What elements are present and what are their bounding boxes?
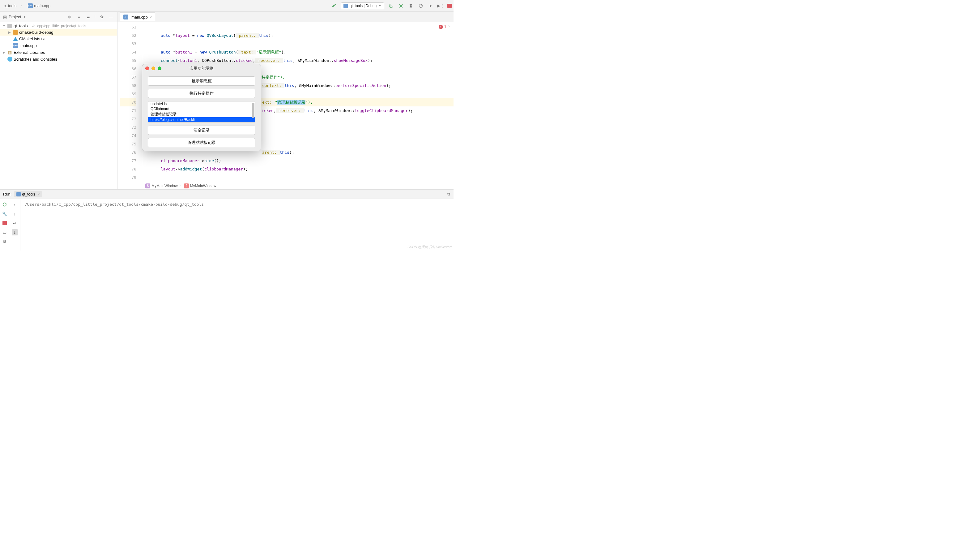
breadcrumb-file-label: main.cpp bbox=[34, 3, 50, 8]
tree-scratches[interactable]: Scratches and Consoles bbox=[0, 56, 117, 62]
breadcrumb-sep: 〉 bbox=[19, 3, 25, 9]
breadcrumb-root[interactable]: c_tools bbox=[2, 3, 18, 9]
layout-icon[interactable]: ▭ bbox=[2, 229, 8, 236]
folder-icon bbox=[8, 24, 13, 28]
stop-icon[interactable] bbox=[447, 4, 452, 8]
tab-label: main.cpp bbox=[131, 15, 148, 19]
app-dialog: 实用功能示例 显示消息框 执行特定操作 updateList QClipboar… bbox=[142, 64, 261, 151]
tree-arrow-icon[interactable]: ▶ bbox=[8, 30, 12, 34]
list-item[interactable]: updateList bbox=[148, 102, 255, 107]
line-gutter: 61 62 63 64 65 66 67 68 69 70 71 72 73 7… bbox=[118, 22, 142, 182]
tree-label: CMakeLists.txt bbox=[19, 37, 45, 41]
up-arrow-icon[interactable]: ↑ bbox=[12, 201, 18, 207]
tree-main-cpp[interactable]: c++ main.cpp bbox=[0, 42, 117, 49]
clipboard-list[interactable]: updateList QClipboard 管理粘贴板记录 https://bl… bbox=[148, 101, 255, 123]
config-label: qt_tools | Debug bbox=[350, 4, 377, 8]
run-tab[interactable]: qt_tools × bbox=[14, 191, 42, 198]
run-tab-label: qt_tools bbox=[22, 192, 35, 196]
manage-clipboard-button[interactable]: 管理粘贴板记录 bbox=[148, 138, 255, 147]
show-message-button[interactable]: 显示消息框 bbox=[148, 77, 255, 86]
window-close-button[interactable] bbox=[145, 67, 149, 70]
tree-label: cmake-build-debug bbox=[19, 30, 54, 35]
window-minimize-button[interactable] bbox=[151, 67, 155, 70]
exec-icon bbox=[16, 192, 21, 196]
breadcrumb-file[interactable]: c++ main.cpp bbox=[26, 3, 52, 9]
more-run-icon[interactable] bbox=[428, 3, 434, 9]
sidebar-title[interactable]: Project bbox=[9, 14, 21, 19]
run-console[interactable]: /Users/backli/c_cpp/cpp_little_project/q… bbox=[21, 199, 453, 250]
tree-label: main.cpp bbox=[21, 43, 37, 48]
soft-wrap-icon[interactable]: ↩ bbox=[12, 220, 18, 226]
struct-badge-icon: S bbox=[145, 183, 150, 188]
attach-icon[interactable]: ▶⋮ bbox=[438, 3, 444, 9]
cpp-file-icon: c++ bbox=[28, 3, 33, 8]
collapse-all-icon[interactable]: ≣ bbox=[85, 14, 92, 20]
run-icon[interactable] bbox=[388, 3, 394, 9]
gear-icon[interactable]: ✿ bbox=[447, 192, 450, 196]
debug-icon[interactable] bbox=[398, 3, 404, 9]
editor-tab[interactable]: c++ main.cpp × bbox=[120, 13, 155, 21]
run-panel: Run: qt_tools × ✿ 🔧 ▭ 🖶 ↑ ↓ ↩ ⤓ /Users/b… bbox=[0, 189, 453, 250]
coverage-icon[interactable] bbox=[408, 3, 414, 9]
svg-point-0 bbox=[400, 5, 402, 7]
tree-root[interactable]: ▼ qt_tools ~/c_cpp/cpp_little_project/qt… bbox=[0, 22, 117, 29]
project-sidebar: ▤ Project ▼ ⊕ ≡ ≣ | ✿ — ▼ qt_tools ~/c_c… bbox=[0, 12, 118, 189]
breadcrumb-item[interactable]: MyMainWindow bbox=[151, 184, 178, 188]
list-item[interactable]: QClipboard bbox=[148, 107, 255, 112]
minimize-icon[interactable]: — bbox=[108, 14, 114, 20]
exec-icon bbox=[344, 4, 348, 8]
breadcrumb-item[interactable]: MyMainWindow bbox=[190, 184, 216, 188]
tree-arrow-icon[interactable]: ▼ bbox=[2, 24, 6, 27]
stop-icon[interactable] bbox=[2, 220, 8, 226]
wrench-icon[interactable]: 🔧 bbox=[2, 211, 8, 217]
tree-cmakelists[interactable]: CMakeLists.txt bbox=[0, 35, 117, 42]
scroll-end-icon[interactable]: ⤓ bbox=[12, 229, 18, 236]
editor-breadcrumb: S MyMainWindow 〉 f MyMainWindow bbox=[118, 182, 453, 189]
console-output-line: /Users/backli/c_cpp/cpp_little_project/q… bbox=[25, 202, 449, 207]
clear-records-button[interactable]: 清空记录 bbox=[148, 126, 255, 135]
folder-icon bbox=[13, 30, 18, 35]
tree-arrow-icon[interactable]: ▶ bbox=[2, 51, 6, 54]
tree-path: ~/c_cpp/cpp_little_project/qt_tools bbox=[30, 24, 86, 28]
dialog-titlebar[interactable]: 实用功能示例 bbox=[142, 64, 261, 73]
run-panel-label: Run: bbox=[3, 192, 11, 196]
gear-icon[interactable]: ✿ bbox=[99, 14, 105, 20]
cpp-file-icon: c++ bbox=[13, 43, 18, 48]
function-badge-icon: f bbox=[184, 183, 189, 188]
library-icon: ▥ bbox=[8, 50, 13, 55]
list-item[interactable]: https://blog.csdn.net/Backli bbox=[148, 117, 255, 122]
build-icon[interactable] bbox=[331, 3, 337, 9]
scratches-icon bbox=[8, 57, 13, 62]
project-tree: ▼ qt_tools ~/c_cpp/cpp_little_project/qt… bbox=[0, 22, 117, 63]
profile-icon[interactable] bbox=[418, 3, 424, 9]
sidebar-dropdown-icon[interactable]: ▼ bbox=[23, 15, 26, 19]
close-icon[interactable]: × bbox=[38, 192, 40, 196]
tree-cmake-build-debug[interactable]: ▶ cmake-build-debug bbox=[0, 29, 117, 35]
cpp-file-icon: c++ bbox=[123, 14, 128, 19]
chevron-down-icon: ▼ bbox=[379, 4, 382, 8]
cmake-icon bbox=[13, 37, 18, 41]
tree-external-libraries[interactable]: ▶ ▥ External Libraries bbox=[0, 49, 117, 56]
tree-label: Scratches and Consoles bbox=[14, 57, 57, 62]
run-config-selector[interactable]: qt_tools | Debug ▼ bbox=[341, 3, 384, 9]
project-view-icon: ▤ bbox=[3, 14, 7, 19]
close-icon[interactable]: × bbox=[150, 15, 152, 19]
scrollbar[interactable] bbox=[252, 103, 255, 118]
tree-label: External Libraries bbox=[14, 50, 45, 55]
locate-icon[interactable]: ⊕ bbox=[67, 14, 73, 20]
perform-action-button[interactable]: 执行特定操作 bbox=[148, 89, 255, 98]
list-item[interactable]: 管理粘贴板记录 bbox=[148, 112, 255, 117]
print-icon[interactable]: 🖶 bbox=[2, 239, 8, 245]
down-arrow-icon[interactable]: ↓ bbox=[12, 211, 18, 217]
tree-label: qt_tools bbox=[14, 24, 28, 28]
expand-all-icon[interactable]: ≡ bbox=[76, 14, 82, 20]
watermark: CSDN @天河书阁 VicRestart bbox=[407, 245, 452, 249]
rerun-icon[interactable] bbox=[2, 201, 8, 207]
nav-bar: c_tools 〉 c++ main.cpp qt_tools | Debug … bbox=[0, 0, 453, 12]
window-maximize-button[interactable] bbox=[158, 67, 161, 70]
